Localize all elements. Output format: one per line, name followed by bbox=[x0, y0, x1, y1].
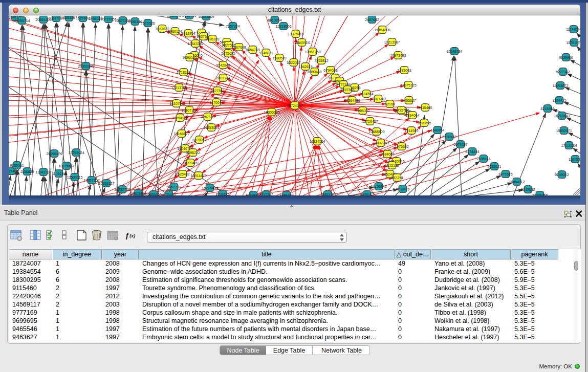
svg-text:8938923: 8938923 bbox=[442, 135, 456, 139]
svg-text:9285061: 9285061 bbox=[10, 164, 24, 167]
svg-text:8960124: 8960124 bbox=[168, 30, 182, 33]
svg-text:17359924: 17359924 bbox=[68, 151, 84, 155]
svg-text:10975867: 10975867 bbox=[58, 164, 74, 168]
svg-text:5322037: 5322037 bbox=[287, 61, 300, 64]
svg-text:8454749: 8454749 bbox=[246, 48, 259, 52]
svg-text:5682115: 5682115 bbox=[321, 193, 335, 196]
svg-text:1588520: 1588520 bbox=[272, 56, 286, 60]
svg-text:1975692: 1975692 bbox=[395, 145, 408, 148]
svg-text:10973493: 10973493 bbox=[390, 54, 406, 57]
svg-text:9457791: 9457791 bbox=[167, 185, 181, 189]
svg-text:18807249: 18807249 bbox=[373, 141, 388, 145]
svg-text:18300295: 18300295 bbox=[264, 111, 279, 114]
svg-text:9115460: 9115460 bbox=[419, 106, 432, 110]
svg-text:6497568: 6497568 bbox=[340, 88, 354, 92]
svg-text:2718126: 2718126 bbox=[177, 71, 190, 74]
svg-text:7663822: 7663822 bbox=[155, 27, 169, 31]
svg-text:7986322: 7986322 bbox=[356, 109, 369, 113]
svg-text:9482575: 9482575 bbox=[167, 16, 181, 17]
svg-text:9217207: 9217207 bbox=[259, 193, 273, 196]
svg-text:10807487: 10807487 bbox=[370, 97, 386, 101]
svg-text:7515526: 7515526 bbox=[141, 21, 155, 25]
svg-text:1167533: 1167533 bbox=[569, 158, 580, 161]
svg-text:2867608: 2867608 bbox=[232, 46, 246, 49]
svg-text:f: f bbox=[126, 231, 129, 239]
svg-text:4735650: 4735650 bbox=[162, 193, 176, 196]
svg-text:20364436: 20364436 bbox=[344, 99, 360, 102]
svg-text:20206576: 20206576 bbox=[46, 152, 62, 156]
svg-text:7955812: 7955812 bbox=[314, 59, 328, 62]
svg-text:8471676: 8471676 bbox=[498, 172, 512, 176]
svg-text:10688609: 10688609 bbox=[368, 130, 384, 134]
svg-text:12213967: 12213967 bbox=[384, 40, 400, 44]
svg-text:6794028: 6794028 bbox=[323, 69, 337, 72]
svg-text:3915461: 3915461 bbox=[9, 169, 18, 173]
svg-text:12923468: 12923468 bbox=[130, 192, 146, 195]
svg-text:13325419: 13325419 bbox=[288, 32, 303, 36]
svg-text:(x): (x) bbox=[129, 233, 136, 239]
svg-text:20053346: 20053346 bbox=[78, 64, 94, 68]
svg-text:15716485: 15716485 bbox=[202, 186, 217, 190]
svg-text:9896123: 9896123 bbox=[183, 56, 197, 59]
svg-text:9463627: 9463627 bbox=[402, 99, 416, 102]
svg-text:3624554: 3624554 bbox=[359, 92, 373, 96]
svg-text:2935114: 2935114 bbox=[477, 157, 491, 161]
svg-text:10107394: 10107394 bbox=[181, 108, 197, 112]
svg-text:10853267: 10853267 bbox=[61, 16, 77, 19]
svg-text:9084067: 9084067 bbox=[380, 152, 394, 156]
svg-text:7632621: 7632621 bbox=[487, 165, 501, 168]
svg-text:5675685: 5675685 bbox=[221, 52, 235, 55]
svg-text:12093872: 12093872 bbox=[552, 84, 568, 87]
svg-text:14099489: 14099489 bbox=[182, 161, 198, 165]
svg-text:9329966: 9329966 bbox=[559, 56, 573, 59]
svg-text:16543382: 16543382 bbox=[187, 42, 203, 46]
svg-text:16210643: 16210643 bbox=[554, 114, 570, 118]
svg-text:3498222: 3498222 bbox=[186, 151, 200, 155]
svg-text:8489709: 8489709 bbox=[279, 193, 293, 196]
svg-text:15692971: 15692971 bbox=[556, 129, 572, 133]
svg-text:1640954: 1640954 bbox=[430, 128, 444, 132]
svg-text:22455603: 22455603 bbox=[145, 193, 161, 196]
svg-text:16154808: 16154808 bbox=[374, 28, 390, 32]
svg-text:6679197: 6679197 bbox=[453, 143, 467, 146]
svg-text:8878352: 8878352 bbox=[192, 138, 206, 142]
svg-text:1527602: 1527602 bbox=[76, 16, 90, 20]
svg-text:16914479: 16914479 bbox=[190, 174, 206, 178]
svg-text:18724007: 18724007 bbox=[287, 104, 302, 107]
svg-text:19495796: 19495796 bbox=[393, 108, 409, 112]
svg-text:15751074: 15751074 bbox=[566, 41, 580, 45]
svg-text:252254: 252254 bbox=[391, 176, 403, 180]
svg-text:19384554: 19384554 bbox=[309, 140, 325, 143]
svg-text:9242848: 9242848 bbox=[216, 63, 230, 67]
svg-text:1815132: 1815132 bbox=[385, 164, 399, 167]
svg-text:1733426: 1733426 bbox=[396, 187, 409, 191]
svg-text:7625402: 7625402 bbox=[176, 172, 189, 176]
svg-text:1362615: 1362615 bbox=[298, 65, 312, 69]
svg-text:62160: 62160 bbox=[385, 102, 395, 106]
svg-text:8990448: 8990448 bbox=[308, 70, 321, 74]
svg-text:12213369: 12213369 bbox=[171, 86, 187, 90]
svg-text:9474444: 9474444 bbox=[465, 150, 479, 154]
svg-text:8813054: 8813054 bbox=[268, 18, 281, 22]
svg-text:11174046: 11174046 bbox=[566, 28, 580, 31]
svg-text:18640910: 18640910 bbox=[294, 41, 310, 45]
svg-text:2487682: 2487682 bbox=[365, 18, 379, 21]
svg-text:8427552: 8427552 bbox=[210, 89, 224, 93]
svg-text:2063791: 2063791 bbox=[182, 16, 196, 17]
svg-text:9146821: 9146821 bbox=[259, 51, 273, 55]
svg-text:12218506: 12218506 bbox=[275, 25, 291, 28]
svg-text:10719155: 10719155 bbox=[100, 17, 116, 21]
svg-text:10654112: 10654112 bbox=[509, 180, 525, 184]
svg-text:8215955: 8215955 bbox=[540, 107, 554, 111]
svg-text:8894064: 8894064 bbox=[405, 114, 419, 117]
svg-text:16782759: 16782759 bbox=[114, 188, 130, 191]
svg-text:9699695: 9699695 bbox=[417, 121, 431, 125]
svg-text:23706266: 23706266 bbox=[532, 193, 548, 196]
svg-text:11353594: 11353594 bbox=[204, 126, 220, 129]
svg-text:1839221: 1839221 bbox=[215, 192, 229, 196]
svg-text:1145194: 1145194 bbox=[52, 172, 66, 176]
svg-text:19166827: 19166827 bbox=[173, 132, 189, 136]
svg-text:17957252: 17957252 bbox=[83, 179, 99, 182]
svg-text:14136141: 14136141 bbox=[371, 185, 386, 188]
svg-text:19654985: 19654985 bbox=[172, 116, 188, 120]
